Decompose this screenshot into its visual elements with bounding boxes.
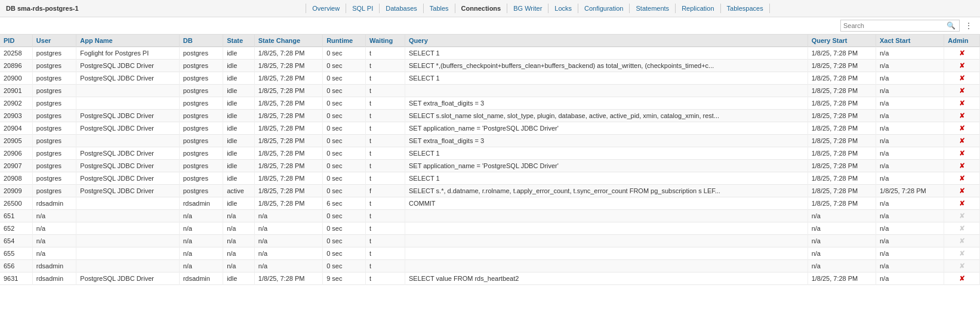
runtime-cell: 0 sec	[323, 260, 366, 272]
app-name-cell	[76, 222, 179, 235]
pid-cell: 20907	[0, 160, 32, 172]
table-row: 20906postgresPostgreSQL JDBC Driverpostg…	[0, 147, 980, 160]
kill-connection-icon[interactable]: ✘	[959, 187, 965, 195]
nav-link-configuration[interactable]: Configuration	[578, 4, 630, 13]
pid-cell: 652	[0, 222, 32, 235]
table-row: 20896postgresPostgreSQL JDBC Driverpostg…	[0, 60, 980, 72]
col-header-query-start[interactable]: Query Start	[808, 35, 876, 47]
db-cell: postgres	[179, 110, 223, 122]
pid-cell: 651	[0, 210, 32, 222]
runtime-cell: 0 sec	[323, 110, 366, 122]
col-header-state-change[interactable]: State Change	[254, 35, 322, 47]
kill-connection-icon[interactable]: ✘	[959, 86, 965, 95]
pid-cell: 9631	[0, 272, 32, 285]
col-header-state[interactable]: State	[223, 35, 255, 47]
table-body: 20258postgresFoglight for Postgres PIpos…	[0, 47, 980, 285]
db-title: DB sma-rds-postgres-1	[6, 5, 101, 12]
nav-link-tablespaces[interactable]: Tablespaces	[721, 4, 770, 13]
kill-connection-icon[interactable]: ✘	[959, 49, 965, 57]
user-cell: rdsadmin	[32, 197, 76, 210]
app-name-cell: PostgreSQL JDBC Driver	[76, 110, 179, 122]
table-row: 20904postgresPostgreSQL JDBC Driverpostg…	[0, 122, 980, 135]
user-cell: postgres	[32, 97, 76, 110]
xact-start-cell: n/a	[876, 210, 944, 222]
xact-start-cell: n/a	[876, 147, 944, 160]
table-row: 20900postgresPostgreSQL JDBC Driverpostg…	[0, 72, 980, 85]
table-row: 20905postgrespostgresidle1/8/25, 7:28 PM…	[0, 135, 980, 147]
col-header-runtime[interactable]: Runtime	[323, 35, 366, 47]
xact-start-cell: n/a	[876, 135, 944, 147]
col-header-app-name[interactable]: App Name	[76, 35, 179, 47]
kill-connection-icon[interactable]: ✘	[959, 74, 965, 82]
state-cell: idle	[223, 172, 255, 185]
col-header-user[interactable]: User	[32, 35, 76, 47]
user-cell: postgres	[32, 72, 76, 85]
runtime-cell: 0 sec	[323, 160, 366, 172]
kill-connection-icon[interactable]: ✘	[959, 174, 965, 182]
state-change-cell: 1/8/25, 7:28 PM	[254, 172, 322, 185]
table-row: 20901postgrespostgresidle1/8/25, 7:28 PM…	[0, 85, 980, 97]
nav-link-overview[interactable]: Overview	[306, 4, 346, 13]
db-cell: n/a	[179, 210, 223, 222]
nav-link-databases[interactable]: Databases	[380, 4, 424, 13]
kill-connection-icon[interactable]: ✘	[959, 199, 965, 207]
query-cell: SELECT s.*, d.datname, r.rolname, t.appl…	[405, 185, 808, 197]
col-header-waiting[interactable]: Waiting	[366, 35, 405, 47]
connections-table: PIDUserApp NameDBStateState ChangeRuntim…	[0, 35, 980, 285]
nav-link-replication[interactable]: Replication	[676, 4, 720, 13]
app-name-cell	[76, 210, 179, 222]
state-cell: idle	[223, 135, 255, 147]
xact-start-cell: n/a	[876, 85, 944, 97]
app-name-cell: Foglight for Postgres PI	[76, 47, 179, 60]
admin-cell: ✘	[944, 210, 980, 222]
waiting-cell: t	[366, 60, 405, 72]
kill-connection-icon[interactable]: ✘	[959, 149, 965, 157]
query-start-cell: 1/8/25, 7:28 PM	[808, 97, 876, 110]
settings-icon[interactable]: ⋮	[962, 20, 975, 32]
waiting-cell: t	[366, 160, 405, 172]
kill-connection-icon[interactable]: ✘	[959, 124, 965, 132]
admin-cell: ✘	[944, 197, 980, 210]
app-name-cell	[76, 260, 179, 272]
query-cell: SELECT 1	[405, 147, 808, 160]
kill-connection-icon[interactable]: ✘	[959, 112, 965, 120]
admin-cell: ✘	[944, 260, 980, 272]
search-input[interactable]	[843, 22, 945, 29]
col-header-xact-start[interactable]: Xact Start	[876, 35, 944, 47]
pid-cell: 20908	[0, 172, 32, 185]
kill-connection-icon[interactable]: ✘	[959, 274, 965, 283]
query-cell: SELECT 1	[405, 47, 808, 60]
nav-link-sql-pi[interactable]: SQL PI	[346, 4, 380, 13]
query-start-cell: n/a	[808, 235, 876, 247]
user-cell: postgres	[32, 60, 76, 72]
state-change-cell: 1/8/25, 7:28 PM	[254, 97, 322, 110]
xact-start-cell: n/a	[876, 247, 944, 260]
kill-connection-icon[interactable]: ✘	[959, 61, 965, 70]
user-cell: postgres	[32, 172, 76, 185]
nav-link-bg-writer[interactable]: BG Writer	[507, 4, 548, 13]
col-header-pid[interactable]: PID	[0, 35, 32, 47]
runtime-cell: 0 sec	[323, 210, 366, 222]
kill-connection-icon[interactable]: ✘	[959, 162, 965, 170]
xact-start-cell: n/a	[876, 235, 944, 247]
nav-link-statements[interactable]: Statements	[630, 4, 676, 13]
db-cell: rdsadmin	[179, 272, 223, 285]
col-header-query[interactable]: Query	[405, 35, 808, 47]
col-header-admin[interactable]: Admin	[944, 35, 980, 47]
nav-link-tables[interactable]: Tables	[424, 4, 455, 13]
state-cell: idle	[223, 97, 255, 110]
db-cell: n/a	[179, 247, 223, 260]
user-cell: postgres	[32, 160, 76, 172]
admin-cell: ✘	[944, 47, 980, 60]
query-start-cell: n/a	[808, 260, 876, 272]
kill-connection-icon[interactable]: ✘	[959, 137, 965, 145]
col-header-db[interactable]: DB	[179, 35, 223, 47]
nav-link-locks[interactable]: Locks	[548, 4, 578, 13]
app-name-cell	[76, 135, 179, 147]
query-cell: COMMIT	[405, 197, 808, 210]
kill-connection-icon[interactable]: ✘	[959, 99, 965, 107]
table-row: 651n/an/an/an/a0 sectn/an/a✘	[0, 210, 980, 222]
table-row: 20909postgresPostgreSQL JDBC Driverpostg…	[0, 185, 980, 197]
search-button[interactable]: 🔍	[945, 21, 957, 30]
kill-connection-icon: ✘	[959, 237, 965, 245]
